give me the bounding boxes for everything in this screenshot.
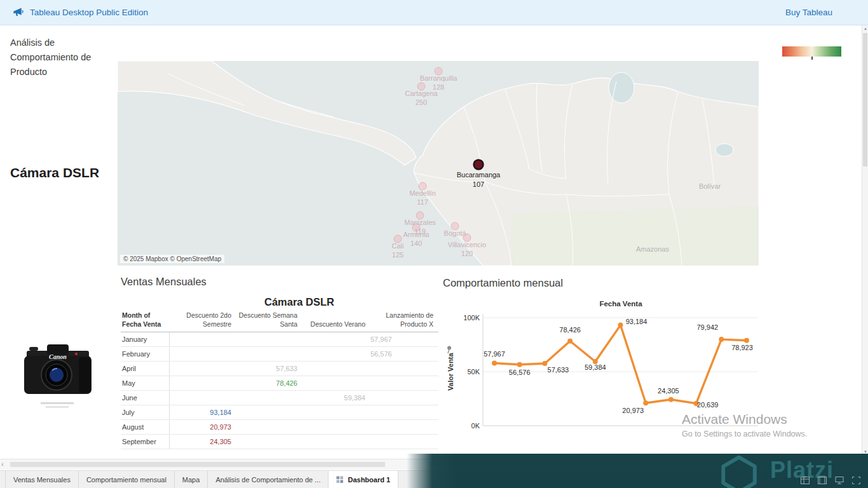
- value-cell[interactable]: 56,576: [370, 347, 438, 362]
- data-point[interactable]: [744, 338, 749, 343]
- vertical-scrollbar[interactable]: ▲ ▼: [862, 25, 868, 455]
- data-point[interactable]: [492, 360, 497, 365]
- tab-analisis-comportamiento[interactable]: Análisis de Comportamiento de ...: [208, 471, 329, 488]
- axis-pin-icon[interactable]: [447, 346, 451, 354]
- value-cell: [302, 376, 370, 391]
- month-cell[interactable]: February: [121, 347, 169, 362]
- column-header[interactable]: Lanzamiento de Producto X: [370, 311, 438, 332]
- value-cell: [370, 376, 438, 391]
- month-cell[interactable]: September: [121, 435, 169, 449]
- column-header[interactable]: Descuento Verano: [302, 311, 370, 332]
- data-point[interactable]: [618, 323, 623, 328]
- presentation-icon[interactable]: [835, 477, 844, 484]
- column-header[interactable]: Descuento 2do Semestre: [169, 311, 236, 332]
- value-cell[interactable]: 59,384: [302, 391, 370, 405]
- filmstrip-icon[interactable]: [818, 477, 827, 484]
- value-cell: [169, 347, 236, 362]
- data-point-label: 79,942: [696, 323, 718, 331]
- value-cell[interactable]: 57,967: [370, 332, 438, 347]
- month-cell[interactable]: May: [121, 376, 169, 391]
- city-value: 250: [416, 98, 427, 106]
- table-header-row: Month of Fecha Venta Descuento 2do Semes…: [121, 311, 438, 332]
- top-bar: Tableau Desktop Public Edition Buy Table…: [0, 0, 868, 25]
- column-header[interactable]: Descuento Semana Santa: [236, 311, 302, 332]
- value-cell: [302, 362, 370, 376]
- scroll-left-arrow[interactable]: ‹: [1, 460, 4, 468]
- vertical-scroll-thumb[interactable]: [863, 33, 867, 166]
- value-cell[interactable]: 20,973: [169, 420, 236, 435]
- product-name: Cámara DSLR: [10, 165, 99, 180]
- data-point[interactable]: [567, 339, 573, 344]
- grid-view-icon[interactable]: [801, 477, 810, 484]
- table-row[interactable]: February56,576: [121, 347, 438, 362]
- data-point[interactable]: [719, 337, 724, 342]
- city-label: Cali: [392, 242, 404, 250]
- value-cell: [370, 362, 438, 376]
- data-point-label: 20,973: [622, 407, 644, 414]
- month-cell[interactable]: August: [121, 420, 169, 435]
- horizontal-scroll-thumb[interactable]: [10, 462, 385, 467]
- tab-comportamiento-mensual[interactable]: Comportamiento mensual: [79, 471, 175, 488]
- map-svg: BolívarAmazonas Barranquilla128Cartagena…: [118, 61, 759, 266]
- table-row[interactable]: September24,305: [121, 435, 438, 449]
- chart-title: Fecha Venta: [599, 300, 642, 308]
- table-section-title: Ventas Mensuales: [121, 276, 207, 288]
- value-cell: [370, 405, 438, 420]
- city-value: 120: [461, 250, 473, 257]
- data-point[interactable]: [668, 397, 674, 402]
- table-row[interactable]: July93,184: [121, 405, 438, 420]
- table-row[interactable]: January57,967: [121, 332, 438, 347]
- fullscreen-icon[interactable]: [852, 477, 860, 484]
- month-cell[interactable]: April: [121, 362, 169, 376]
- table-row[interactable]: May78,426: [121, 376, 438, 391]
- city-label: Bucaramanga: [457, 171, 501, 179]
- sales-table-body: January57,967February56,576April57,633Ma…: [121, 332, 438, 449]
- tab-dashboard-1[interactable]: Dashboard 1: [329, 471, 398, 488]
- city-label: Cartagena: [405, 90, 438, 97]
- value-cell[interactable]: 57,633: [236, 362, 302, 376]
- city-dot-selected[interactable]: [474, 160, 484, 170]
- buy-tableau-link[interactable]: Buy Tableau: [785, 8, 832, 17]
- y-tick: 0K: [471, 422, 480, 430]
- activate-windows-watermark: Activate Windows Go to Settings to activ…: [682, 412, 807, 438]
- scroll-up-arrow[interactable]: ▲: [862, 27, 868, 30]
- data-point[interactable]: [542, 361, 547, 366]
- value-cell: [169, 376, 236, 391]
- month-cell[interactable]: June: [121, 391, 169, 405]
- data-point-label: 59,384: [585, 363, 606, 371]
- color-legend[interactable]: [782, 46, 841, 57]
- value-cell[interactable]: 78,426: [236, 376, 302, 391]
- value-cell: [169, 362, 236, 376]
- app-title: Tableau Desktop Public Edition: [30, 8, 148, 17]
- map-attribution[interactable]: © 2025 Mapbox © OpenStreetMap: [120, 255, 224, 263]
- chart-series-layer: 57,96756,57657,63378,42659,38493,18420,9…: [484, 318, 753, 415]
- value-cell: [236, 347, 302, 362]
- tab-mapa[interactable]: Mapa: [175, 471, 208, 488]
- data-point[interactable]: [643, 400, 648, 405]
- city-label: Bogotá: [444, 229, 467, 237]
- row-dimension-header[interactable]: Month of Fecha Venta: [121, 311, 169, 332]
- map-view[interactable]: BolívarAmazonas Barranquilla128Cartagena…: [118, 61, 759, 266]
- tab-label: Análisis de Comportamiento de ...: [215, 476, 320, 484]
- data-point-label: 93,184: [626, 318, 648, 325]
- value-cell: [302, 332, 370, 347]
- table-row[interactable]: August20,973: [121, 420, 438, 435]
- month-cell[interactable]: July: [121, 405, 169, 420]
- value-cell: [169, 391, 236, 405]
- value-cell: [302, 435, 370, 449]
- map-region-label: Amazonas: [636, 245, 669, 253]
- value-cell[interactable]: 93,184: [169, 405, 236, 420]
- table-row[interactable]: June59,384: [121, 391, 438, 405]
- data-point[interactable]: [517, 362, 522, 367]
- tab-ventas-mensuales[interactable]: Ventas Mensuales: [5, 471, 79, 488]
- data-point-label: 57,633: [548, 366, 569, 374]
- city-value: 125: [392, 251, 403, 259]
- legend-tick: [811, 57, 813, 60]
- value-cell: [236, 420, 302, 435]
- value-cell[interactable]: 24,305: [169, 435, 236, 449]
- city-value: 107: [473, 180, 484, 188]
- table-row[interactable]: April57,633: [121, 362, 438, 376]
- city-label: Villavicencio: [448, 241, 486, 248]
- data-point-label: 57,967: [484, 350, 505, 358]
- month-cell[interactable]: January: [121, 332, 169, 347]
